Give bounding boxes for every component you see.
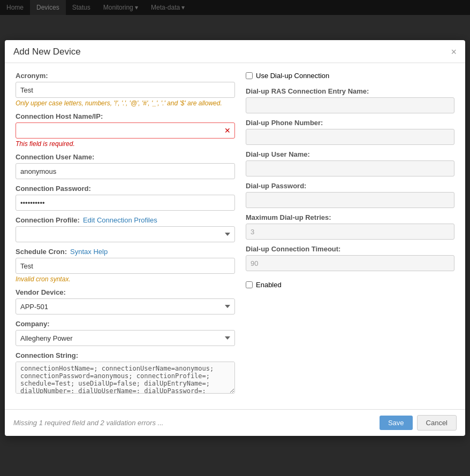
modal-title: Add New Device	[13, 47, 81, 57]
dialup-user-input[interactable]	[246, 160, 454, 176]
close-button[interactable]: ×	[451, 47, 457, 57]
save-button[interactable]: Save	[380, 416, 413, 430]
dialup-phone-input[interactable]	[246, 129, 454, 145]
edit-profiles-link[interactable]: Edit Connection Profiles	[83, 216, 157, 224]
profile-group: Connection Profile: Edit Connection Prof…	[16, 216, 235, 242]
cron-group: Schedule Cron: Syntax Help Invalid cron …	[16, 248, 235, 283]
user-group: Connection User Name:	[16, 153, 235, 179]
vendor-label: Vendor Device:	[16, 288, 235, 296]
dialup-ras-label: Dial-up RAS Connection Entry Name:	[246, 87, 454, 95]
company-select[interactable]: Allegheny Power Company B	[16, 330, 235, 346]
company-group: Company: Allegheny Power Company B	[16, 320, 235, 346]
conn-string-group: Connection String: connectionHostName=; …	[16, 351, 235, 395]
modal-footer: Missing 1 required field and 2 validatio…	[5, 409, 465, 436]
dialup-retries-input[interactable]	[246, 224, 454, 240]
modal-body: Acronym: Only upper case letters, number…	[5, 63, 465, 409]
modal-overlay: Add New Device × Acronym: Only upper cas…	[0, 0, 470, 476]
add-device-modal: Add New Device × Acronym: Only upper cas…	[5, 40, 465, 436]
dialup-timeout-group: Dial-up Connection Timeout:	[246, 245, 454, 271]
cron-error: Invalid cron syntax.	[16, 275, 235, 283]
cron-label: Schedule Cron:	[16, 248, 67, 256]
profile-label: Connection Profile:	[16, 216, 80, 224]
clear-icon[interactable]: ✕	[224, 126, 231, 135]
dialup-retries-label: Maximum Dial-up Retries:	[246, 213, 454, 221]
dialup-ras-input[interactable]	[246, 97, 454, 113]
cron-input[interactable]	[16, 258, 235, 274]
profile-select[interactable]	[16, 226, 235, 242]
dialup-checkbox[interactable]	[246, 72, 253, 79]
acronym-hint: Only upper case letters, numbers, '!', '…	[16, 99, 235, 107]
syntax-help-link[interactable]: Syntax Help	[70, 248, 108, 256]
host-label: Connection Host Name/IP:	[16, 112, 235, 120]
password-group: Connection Password:	[16, 185, 235, 211]
left-column: Acronym: Only upper case letters, number…	[16, 72, 235, 401]
enabled-checkbox[interactable]	[246, 281, 253, 288]
dialup-timeout-label: Dial-up Connection Timeout:	[246, 245, 454, 253]
host-group: Connection Host Name/IP: ✕ This field is…	[16, 112, 235, 148]
dialup-retries-group: Maximum Dial-up Retries:	[246, 213, 454, 240]
password-label: Connection Password:	[16, 185, 235, 193]
password-input[interactable]	[16, 195, 235, 211]
footer-error: Missing 1 required field and 2 validatio…	[13, 419, 375, 427]
user-label: Connection User Name:	[16, 153, 235, 161]
vendor-group: Vendor Device: APP-501 APP-502 CISCO-1	[16, 288, 235, 314]
user-input[interactable]	[16, 163, 235, 179]
vendor-select[interactable]: APP-501 APP-502 CISCO-1	[16, 298, 235, 314]
enabled-label[interactable]: Enabled	[256, 281, 282, 289]
dialup-ras-group: Dial-up RAS Connection Entry Name:	[246, 87, 454, 113]
dialup-password-label: Dial-up Password:	[246, 182, 454, 190]
dialup-password-input[interactable]	[246, 192, 454, 208]
right-column: Use Dial-up Connection Dial-up RAS Conne…	[246, 72, 454, 401]
host-error: This field is required.	[16, 140, 235, 148]
dialup-password-group: Dial-up Password:	[246, 182, 454, 208]
dialup-checkbox-row: Use Dial-up Connection	[246, 72, 454, 80]
acronym-label: Acronym:	[16, 72, 235, 80]
conn-string-textarea[interactable]: connectionHostName=; connectionUserName=…	[16, 362, 235, 394]
acronym-input[interactable]	[16, 82, 235, 98]
conn-string-label: Connection String:	[16, 351, 235, 359]
dialup-user-label: Dial-up User Name:	[246, 150, 454, 158]
acronym-group: Acronym: Only upper case letters, number…	[16, 72, 235, 107]
dialup-user-group: Dial-up User Name:	[246, 150, 454, 176]
cancel-button[interactable]: Cancel	[417, 415, 457, 431]
host-input[interactable]	[16, 122, 235, 139]
modal-header: Add New Device ×	[5, 40, 465, 63]
host-input-wrapper: ✕	[16, 122, 235, 139]
company-label: Company:	[16, 320, 235, 328]
dialup-phone-label: Dial-up Phone Number:	[246, 119, 454, 127]
dialup-checkbox-label[interactable]: Use Dial-up Connection	[256, 72, 329, 80]
dialup-timeout-input[interactable]	[246, 255, 454, 271]
dialup-phone-group: Dial-up Phone Number:	[246, 119, 454, 145]
enabled-checkbox-row: Enabled	[246, 281, 454, 289]
